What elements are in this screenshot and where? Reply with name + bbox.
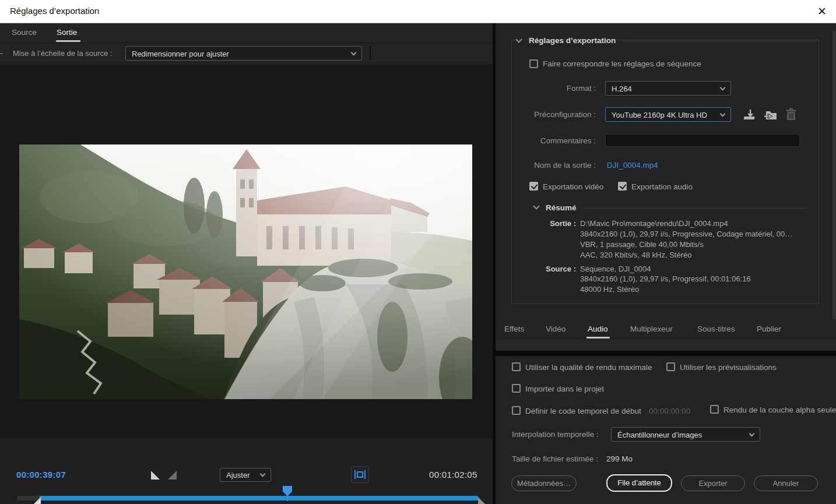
fit-frame-icon: [352, 467, 368, 482]
match-sequence-label: Faire correspondre les réglages de séque…: [543, 59, 701, 68]
summary-output-line: VBR, 1 passage, Cible 40,00 Mbits/s: [580, 240, 704, 249]
format-value: H.264: [612, 84, 632, 93]
trash-icon: [784, 107, 798, 122]
interpolation-value: Échantillonneur d’images: [617, 430, 702, 439]
duration-timecode: 00:01:02:05: [429, 470, 477, 480]
section-rule: [584, 208, 807, 209]
tab-video[interactable]: Vidéo: [546, 325, 565, 333]
start-timecode-label: Définir le code temporel de début: [525, 407, 641, 415]
interpolation-select[interactable]: Échantillonneur d’images: [611, 427, 760, 442]
preview-zoom-value: Ajuster: [226, 471, 250, 480]
summary-source-line: 48000 Hz, Stéréo: [580, 285, 639, 294]
scale-label: Mise à l’échelle de la source :: [13, 49, 113, 58]
close-icon[interactable]: ✕: [815, 5, 829, 19]
use-previews-checkbox[interactable]: [666, 362, 675, 371]
export-video-checkbox[interactable]: [529, 182, 538, 191]
summary-source-label: Source :: [506, 265, 576, 273]
settings-tabbar: Effets Vidéo Audio Multiplexeur Sous-tit…: [496, 319, 836, 339]
import-preset-button[interactable]: [764, 108, 778, 122]
settings-panel: Réglages d’exportation Faire correspondr…: [496, 23, 836, 504]
output-name-label: Nom de la sortie :: [496, 161, 596, 170]
preview-tabbar: Source Sortie: [0, 23, 493, 43]
preview-area: [0, 64, 493, 438]
summary-output-line: AAC, 320 Kbits/s, 48 kHz, Stéréo: [580, 251, 691, 259]
export-audio-label: Exportation audio: [631, 182, 693, 191]
edge-tick: [0, 53, 3, 54]
preview-panel: Source Sortie Mise à l’échelle de la sou…: [0, 23, 493, 504]
chevron-down-icon: [749, 431, 755, 436]
max-quality-label: Utiliser la qualité de rendu maximale: [525, 363, 652, 372]
cancel-button[interactable]: Annuler: [754, 475, 818, 491]
tab-source[interactable]: Source: [12, 28, 37, 37]
export-button[interactable]: Exporter: [681, 475, 745, 491]
import-project-label: Importer dans le projet: [525, 385, 604, 393]
set-out-point-icon[interactable]: [168, 471, 177, 480]
preset-label: Préconfiguration :: [496, 110, 596, 119]
fit-frame-button[interactable]: [351, 466, 369, 483]
import-preset-icon: [764, 108, 778, 122]
chevron-down-icon: [351, 50, 357, 55]
alpha-only-checkbox[interactable]: [710, 405, 719, 414]
timeline-range-bar[interactable]: [40, 496, 478, 501]
summary-output-line: D:\Mavic Pro\montage\rendu\DJI_0004.mp4: [580, 219, 728, 228]
playhead-marker[interactable]: [283, 486, 292, 496]
comments-input[interactable]: [605, 134, 800, 147]
tab-publier[interactable]: Publier: [757, 325, 781, 333]
format-select[interactable]: H.264: [605, 81, 731, 96]
section-rule: [623, 41, 816, 41]
delete-preset-button[interactable]: [784, 107, 798, 121]
preset-value: YouTube 2160p 4K Ultra HD: [612, 110, 707, 119]
tab-sous-titres[interactable]: Sous-titres: [697, 325, 735, 333]
format-label: Format :: [496, 84, 596, 93]
tab-sortie[interactable]: Sortie: [57, 28, 77, 37]
summary-source-line: Séquence, DJI_0004: [580, 265, 651, 273]
summary-source-line: 3840x2160 (1,0), 29,97 i/s, Progressif, …: [580, 274, 751, 283]
chevron-down-icon: [720, 84, 726, 90]
start-timecode-value: 00:00:00:00: [649, 407, 690, 415]
alpha-only-label: Rendu de la couche alpha seule: [723, 406, 836, 414]
titlebar: Réglages d’exportation ✕: [0, 0, 836, 23]
scale-select-value: Redimensionner pour ajuster: [132, 49, 229, 58]
tab-effets[interactable]: Effets: [504, 325, 524, 333]
use-previews-label: Utiliser les prévisualisations: [680, 363, 777, 372]
settings-scrollbar[interactable]: [833, 30, 836, 350]
chevron-down-icon: [720, 111, 726, 117]
summary-output-line: 3840x2160 (1,0), 29,97 i/s, Progressive,…: [580, 230, 792, 238]
tab-multiplexeur[interactable]: Multiplexeur: [630, 325, 673, 333]
video-preview-frame: [19, 144, 472, 399]
file-size-value: 299 Mo: [606, 454, 633, 463]
transport-bar: 00:00:39:07 Ajuster 00:01:02:05 Pl: [0, 438, 493, 504]
match-sequence-checkbox[interactable]: [529, 59, 538, 68]
export-audio-checkbox[interactable]: [618, 182, 627, 191]
comments-label: Commentaires :: [496, 136, 596, 145]
export-settings-dialog: Réglages d’exportation ✕ Source Sortie M…: [0, 0, 836, 504]
horizontal-divider: [496, 351, 836, 356]
preview-image: [19, 144, 472, 399]
set-in-point-icon[interactable]: [151, 471, 160, 480]
start-timecode-checkbox[interactable]: [512, 406, 521, 415]
export-settings-title: Réglages d’exportation: [529, 36, 616, 45]
export-video-label: Exportation vidéo: [543, 182, 603, 191]
save-preset-button[interactable]: [743, 108, 757, 122]
max-quality-checkbox[interactable]: [512, 362, 521, 371]
tab-audio[interactable]: Audio: [588, 325, 608, 333]
metadata-button[interactable]: Métadonnées…: [511, 475, 577, 491]
chevron-down-icon: [260, 471, 266, 477]
dialog-title: Réglages d’exportation: [10, 6, 99, 16]
tab-audio-underline: [586, 337, 610, 339]
summary-output-label: Sortie :: [506, 219, 576, 228]
timeline-out-handle[interactable]: [478, 497, 486, 504]
tab-sortie-underline: [56, 40, 80, 42]
import-project-checkbox[interactable]: [512, 384, 521, 393]
scale-row: Mise à l’échelle de la source : Redimens…: [0, 43, 493, 64]
preset-select[interactable]: YouTube 2160p 4K Ultra HD: [605, 107, 731, 122]
summary-title: Résumé: [546, 203, 577, 212]
interpolation-label: Interpolation temporelle :: [512, 430, 599, 439]
save-preset-icon: [743, 108, 757, 122]
scale-select[interactable]: Redimensionner pour ajuster: [125, 46, 362, 61]
output-name-link[interactable]: DJI_0004.mp4: [607, 161, 658, 170]
tab-content-strip: [496, 339, 836, 351]
queue-button[interactable]: File d’attente: [606, 474, 672, 492]
preview-zoom-select[interactable]: Ajuster: [220, 468, 271, 482]
current-timecode[interactable]: 00:00:39:07: [16, 470, 66, 480]
